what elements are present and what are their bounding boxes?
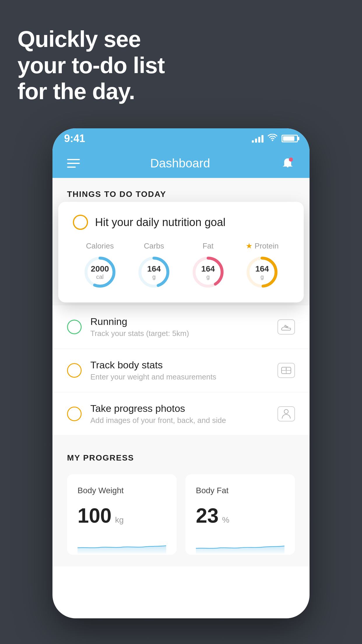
- nutrition-card: Hit your daily nutrition goal Calories 2…: [58, 202, 304, 302]
- svg-point-13: [286, 368, 287, 370]
- nutrition-stats: Calories 2000 cal Carbs: [73, 242, 289, 290]
- sparkline-fat: [196, 536, 284, 554]
- todo-subtitle-photos: Add images of your front, back, and side: [90, 416, 269, 425]
- hero-line2: your to-do list: [17, 52, 165, 79]
- svg-point-0: [272, 140, 273, 141]
- todo-circle-photos: [67, 407, 82, 421]
- nutrition-card-title: Hit your daily nutrition goal: [95, 216, 226, 229]
- hero-line3: for the day.: [17, 78, 165, 105]
- todo-content-body-stats: Track body stats Enter your weight and m…: [90, 359, 269, 382]
- todo-content-running: Running Track your stats (target: 5km): [90, 316, 269, 338]
- donut-unit-fat: g: [206, 273, 210, 280]
- wifi-icon: [268, 134, 277, 144]
- status-bar: 9:41: [52, 128, 310, 149]
- todo-title-body-stats: Track body stats: [90, 359, 269, 371]
- things-section-header: THINGS TO DO TODAY: [52, 178, 310, 205]
- todo-item-photos[interactable]: Take progress photos Add images of your …: [52, 392, 310, 436]
- progress-value-row-fat: 23 %: [196, 504, 284, 527]
- donut-unit-carbs: g: [152, 273, 156, 280]
- person-photo-icon: [277, 406, 295, 421]
- donut-protein: 164 g: [245, 255, 280, 290]
- todo-item-body-stats[interactable]: Track body stats Enter your weight and m…: [52, 349, 310, 392]
- donut-value-calories: 2000: [91, 265, 109, 274]
- donut-unit-protein: g: [261, 273, 264, 280]
- running-shoe-icon: [277, 319, 295, 335]
- progress-card-title-fat: Body Fat: [196, 486, 284, 495]
- progress-card-weight: Body Weight 100 kg: [67, 474, 177, 555]
- todo-circle-running: [67, 320, 82, 334]
- stat-calories: Calories 2000 cal: [82, 242, 117, 290]
- svg-point-14: [284, 410, 288, 414]
- todo-item-running[interactable]: Running Track your stats (target: 5km): [52, 305, 310, 349]
- todo-list: Running Track your stats (target: 5km) T…: [52, 305, 310, 436]
- donut-calories: 2000 cal: [82, 255, 117, 290]
- progress-unit-weight: kg: [115, 515, 124, 525]
- scale-icon: [277, 363, 295, 378]
- donut-carbs: 164 g: [136, 255, 171, 290]
- nutrition-check-circle[interactable]: [73, 215, 88, 230]
- things-section: THINGS TO DO TODAY Hit your daily nutrit…: [52, 178, 310, 566]
- donut-unit-calories: cal: [96, 273, 104, 280]
- hero-text: Quickly see your to-do list for the day.: [17, 26, 165, 105]
- battery-icon: [282, 135, 298, 142]
- stat-fat: Fat 164 g: [191, 242, 226, 290]
- stat-protein: ★ Protein 164 g: [245, 242, 280, 290]
- phone-frame: 9:41: [52, 128, 310, 618]
- progress-section-title: MY PROGRESS: [67, 453, 295, 463]
- nav-bar: Dashboard: [52, 149, 310, 178]
- progress-card-title-weight: Body Weight: [78, 486, 166, 495]
- progress-section: MY PROGRESS Body Weight 100 kg: [52, 436, 310, 566]
- todo-content-photos: Take progress photos Add images of your …: [90, 403, 269, 425]
- notification-bell-icon[interactable]: [280, 156, 295, 171]
- donut-value-carbs: 164: [147, 265, 161, 274]
- star-icon: ★: [246, 242, 252, 251]
- progress-cards: Body Weight 100 kg: [67, 474, 295, 555]
- hero-line1: Quickly see: [17, 26, 165, 52]
- progress-card-fat: Body Fat 23 %: [185, 474, 295, 555]
- donut-value-fat: 164: [201, 265, 215, 274]
- nutrition-card-header: Hit your daily nutrition goal: [73, 215, 289, 230]
- hamburger-menu[interactable]: [67, 159, 80, 168]
- progress-unit-fat: %: [222, 515, 229, 525]
- sparkline-weight: [78, 536, 166, 554]
- donut-value-protein: 164: [255, 265, 269, 274]
- todo-subtitle-body-stats: Enter your weight and measurements: [90, 372, 269, 382]
- todo-title-running: Running: [90, 316, 269, 327]
- status-time: 9:41: [64, 132, 85, 145]
- stat-label-protein: ★ Protein: [246, 242, 279, 251]
- things-section-title: THINGS TO DO TODAY: [67, 190, 295, 199]
- progress-value-weight: 100: [78, 504, 112, 527]
- nav-title: Dashboard: [150, 156, 210, 170]
- todo-circle-body-stats: [67, 363, 82, 378]
- todo-subtitle-running: Track your stats (target: 5km): [90, 329, 269, 338]
- stat-carbs: Carbs 164 g: [136, 242, 171, 290]
- stat-label-carbs: Carbs: [144, 242, 164, 251]
- progress-value-row-weight: 100 kg: [78, 504, 166, 527]
- status-icons: [252, 134, 298, 144]
- stat-label-calories: Calories: [86, 242, 114, 251]
- todo-title-photos: Take progress photos: [90, 403, 269, 414]
- svg-point-1: [289, 158, 293, 162]
- donut-fat: 164 g: [191, 255, 226, 290]
- signal-icon: [252, 134, 263, 143]
- stat-label-fat: Fat: [203, 242, 214, 251]
- progress-value-fat: 23: [196, 504, 219, 527]
